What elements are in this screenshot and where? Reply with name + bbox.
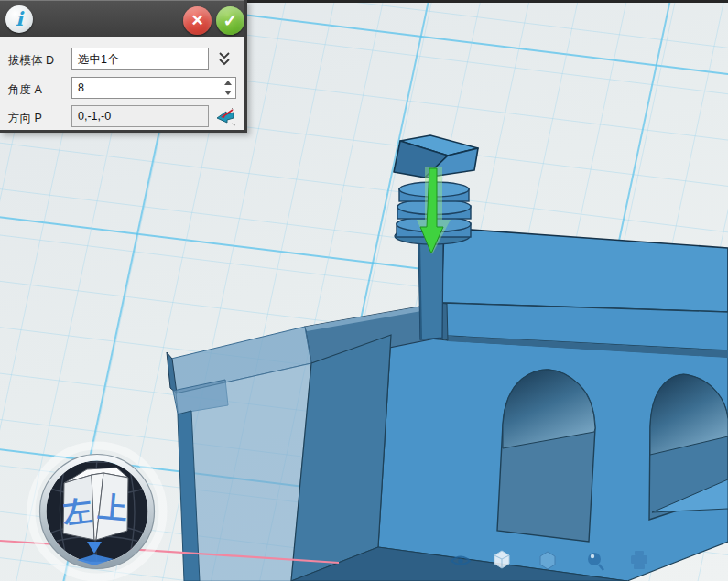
info-icon: i [5,5,33,33]
draft-dialog: i ✕ ✓ 拔模体 D 选中1个 角度 A 8 方向 P [0,0,247,133]
direction-input[interactable]: 0,-1,-0 [71,105,209,127]
expand-chevron-icon[interactable] [217,50,232,72]
view-cube-face-label-up[interactable]: 上 [97,490,129,526]
direction-picker-icon[interactable] [215,105,237,131]
arch-opening-left[interactable] [497,370,595,542]
view-cube-navigator[interactable]: 左 上 [31,446,163,581]
cad-application-window: 左 上 i ✕ ✓ 拔模体 D 选中1个 角度 A 8 [0,0,728,581]
direction-label: 方向 P [8,111,42,126]
check-icon: ✓ [223,11,238,30]
cancel-icon: ✕ [190,12,203,29]
building-roof-slope[interactable] [441,228,728,312]
angle-spinner[interactable] [223,79,234,101]
view-cube-face-label-left[interactable]: 左 [60,493,94,530]
draft-body-input[interactable]: 选中1个 [71,48,209,70]
angle-input[interactable]: 8 [71,77,236,99]
draft-body-label: 拔模体 D [8,53,54,69]
dialog-titlebar[interactable]: i ✕ ✓ [0,0,244,37]
spinner-up-icon [224,81,232,85]
angle-label: 角度 A [8,82,42,98]
confirm-button[interactable]: ✓ [216,6,244,35]
arch-opening-right[interactable] [649,374,728,520]
spinner-down-icon [224,91,232,95]
cancel-button[interactable]: ✕ [183,6,212,35]
